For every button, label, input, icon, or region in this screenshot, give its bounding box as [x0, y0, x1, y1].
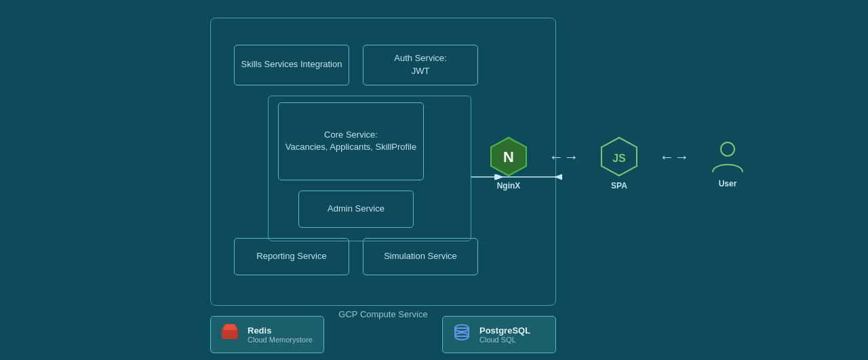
- spa-label: SPA: [611, 181, 627, 191]
- nginx-label: NginX: [497, 181, 521, 191]
- spa-icon-group: JS SPA: [599, 136, 639, 191]
- admin-service-label: Admin Service: [328, 203, 384, 215]
- user-icon-group: User: [709, 138, 746, 188]
- postgres-text: PostgreSQL Cloud SQL: [479, 325, 530, 344]
- svg-text:JS: JS: [612, 153, 626, 164]
- redis-sub: Cloud Memorystore: [248, 336, 313, 344]
- reporting-service-label: Reporting Service: [256, 250, 326, 262]
- redis-svg-icon: [219, 321, 241, 343]
- simulation-service-box: Simulation Service: [363, 238, 478, 275]
- skills-services-label: Skills Services Integration: [241, 58, 342, 71]
- svg-rect-8: [224, 324, 235, 328]
- user-label: User: [719, 179, 737, 188]
- core-service-label: Core Service: Vacancies, Applicants, Ski…: [285, 129, 416, 153]
- redis-text: Redis Cloud Memorystore: [248, 325, 313, 344]
- postgres-svg-icon: [451, 321, 473, 343]
- postgres-icon: [451, 321, 473, 347]
- diagram-container: Skills Services Integration Auth Service…: [27, 7, 841, 353]
- svg-text:N: N: [503, 148, 514, 165]
- simulation-service-label: Simulation Service: [384, 250, 457, 262]
- nginx-spa-arrow: ←→: [549, 148, 579, 166]
- auth-service-label: Auth Service: JWT: [394, 52, 446, 77]
- spa-icon: JS: [599, 136, 639, 177]
- spa-user-arrow: ←→: [660, 148, 690, 166]
- user-icon: [709, 138, 746, 175]
- auth-service-box: Auth Service: JWT: [363, 45, 478, 85]
- nginx-icon-group: N NginX: [488, 136, 529, 191]
- reporting-service-box: Reporting Service: [234, 238, 349, 275]
- redis-name: Redis: [248, 325, 313, 336]
- postgres-sub: Cloud SQL: [479, 336, 530, 344]
- core-service-box: Core Service: Vacancies, Applicants, Ski…: [278, 102, 424, 180]
- postgres-name: PostgreSQL: [479, 325, 530, 336]
- svg-point-5: [721, 142, 734, 156]
- nginx-icon: N: [488, 136, 529, 177]
- database-boxes: Redis Cloud Memorystore PostgreSQL Cloud…: [210, 316, 556, 353]
- postgres-box: PostgreSQL Cloud SQL: [442, 316, 556, 353]
- redis-box: Redis Cloud Memorystore: [210, 316, 324, 353]
- skills-services-box: Skills Services Integration: [234, 45, 349, 85]
- admin-service-box: Admin Service: [298, 191, 414, 228]
- icons-area: N NginX ←→ JS SPA ←→ User: [488, 136, 746, 191]
- redis-icon: [219, 321, 241, 347]
